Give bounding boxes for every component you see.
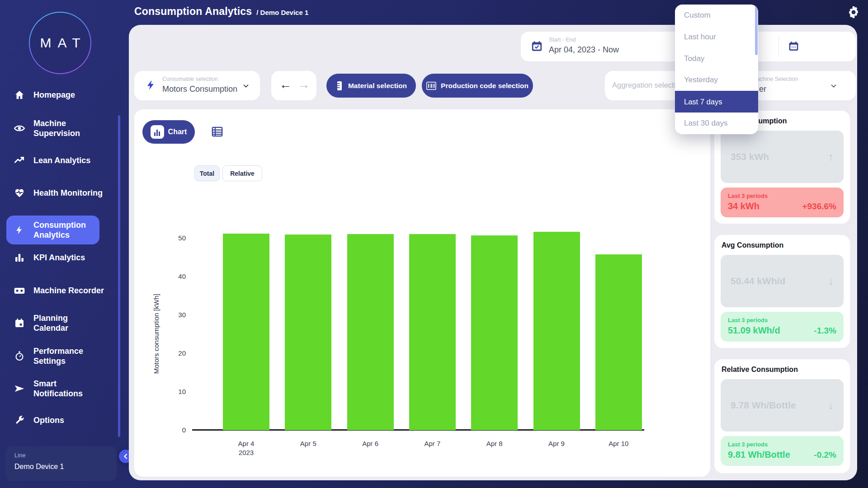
y-axis-tick: 40 — [166, 272, 186, 280]
stat-value-box: 353 kWh — [721, 131, 844, 183]
stat-value: 50.44 kWh/d — [731, 276, 785, 286]
y-axis-tick: 30 — [166, 311, 186, 319]
y-axis-tick: 50 — [166, 234, 186, 242]
chart-card: Chart Total Relative Motors consumption … — [134, 109, 710, 477]
stat-period-change: -0.2% — [814, 450, 836, 460]
chart-view-button[interactable]: Chart — [142, 120, 195, 144]
dropdown-item-yesterday[interactable]: Yesterday — [675, 69, 758, 91]
calendar-icon — [788, 41, 799, 52]
period-nav: ← → — [271, 71, 316, 100]
date-range-value[interactable]: Apr 04, 2023 - Now — [549, 45, 619, 55]
bar-1[interactable] — [223, 234, 269, 430]
sidebar-item-lean-analytics[interactable]: Lean Analytics — [14, 155, 110, 166]
sidebar-item-performance-settings[interactable]: Performance Settings — [14, 346, 110, 366]
x-axis-tick: Apr 8 — [486, 439, 503, 448]
bar-6[interactable] — [533, 232, 580, 430]
sidebar-item-consumption-analytics[interactable]: Consumption Analytics — [6, 216, 99, 244]
bar-2[interactable] — [285, 235, 331, 431]
sidebar-item-label: Options — [33, 415, 64, 425]
production-code-selection-label: Production code selection — [441, 82, 528, 90]
stat-card-relative-consumption: Relative Consumption 9.78 Wh/Bottle Last… — [714, 359, 850, 473]
date-range-label: Start - End — [549, 37, 576, 43]
bar-7[interactable] — [595, 254, 642, 430]
sidebar-item-label: Homepage — [33, 90, 75, 100]
bar-chart-icon — [151, 125, 164, 139]
toggle-relative[interactable]: Relative — [222, 165, 262, 181]
stat-value: 9.78 Wh/Bottle — [731, 400, 796, 411]
consumable-selector-value: Motors Consumption — [162, 84, 237, 94]
dropdown-item-last-7-days[interactable]: Last 7 days — [675, 91, 758, 113]
sidebar-item-health-monitoring[interactable]: Health Monitoring — [14, 187, 110, 199]
logo-text: MAT — [33, 35, 86, 51]
bar-5[interactable] — [471, 235, 518, 430]
dropdown-item-custom[interactable]: Custom — [675, 5, 758, 26]
toggle-relative-label: Relative — [230, 170, 255, 177]
sidebar: MAT Homepage Machine Supervision Lean An… — [0, 0, 121, 488]
production-code-selection-button[interactable]: Production code selection — [422, 74, 533, 98]
sidebar-item-label: Planning Calendar — [33, 313, 68, 333]
x-axis-tick: Apr 7 — [424, 439, 440, 448]
calendar-check-icon — [531, 40, 543, 54]
device-selector-value: Demo Device 1 — [14, 463, 64, 471]
sidebar-item-label: Consumption Analytics — [33, 220, 86, 240]
x-axis-tick: Apr 10 — [609, 439, 628, 448]
stat-title: Avg Consumption — [722, 241, 783, 249]
sidebar-item-label: Machine Recorder — [33, 286, 104, 296]
dropdown-item-last-30-days[interactable]: Last 30 days — [675, 113, 758, 134]
consumable-selector[interactable]: Consumable selection Motors Consumption — [134, 71, 260, 100]
table-icon — [211, 126, 223, 138]
next-period-button[interactable]: → — [297, 79, 310, 91]
trend-down-icon — [828, 399, 834, 412]
device-selector-label: Line — [14, 452, 26, 459]
machine-selector-value: er — [759, 84, 766, 94]
app-title: Consumption Analytics — [134, 5, 252, 18]
bar-4[interactable] — [409, 234, 456, 430]
divider — [778, 36, 779, 57]
sidebar-item-label: KPI Analytics — [33, 253, 85, 263]
dropdown-scrollbar[interactable] — [755, 5, 758, 55]
device-selector[interactable]: Line Demo Device 1 — [5, 446, 117, 481]
toggle-total[interactable]: Total — [194, 165, 220, 181]
sidebar-item-machine-recorder[interactable]: Machine Recorder — [14, 285, 110, 296]
dropdown-item-last-hour[interactable]: Last hour — [675, 26, 758, 48]
heart-pulse-icon — [14, 187, 25, 199]
sidebar-item-homepage[interactable]: Homepage — [14, 89, 110, 101]
lightning-icon — [14, 224, 25, 236]
sidebar-scrollbar[interactable] — [118, 115, 120, 437]
lightning-icon — [145, 79, 157, 93]
chart-view-label: Chart — [168, 128, 187, 136]
stat-value-box: 50.44 kWh/d — [721, 255, 844, 307]
sidebar-item-label: Machine Supervision — [33, 118, 80, 138]
dropdown-item-today[interactable]: Today — [675, 48, 758, 70]
settings-button[interactable] — [847, 6, 860, 19]
y-axis-tick: 10 — [166, 388, 186, 395]
table-view-button[interactable] — [211, 126, 223, 138]
stat-period-label: Last 3 periods — [728, 192, 768, 199]
previous-period-button[interactable]: ← — [279, 79, 292, 91]
eye-icon — [14, 122, 25, 134]
toggle-total-label: Total — [200, 170, 214, 177]
material-selection-button[interactable]: Material selection — [326, 74, 416, 98]
stat-period-change: -1.3% — [814, 326, 836, 336]
sidebar-item-options[interactable]: Options — [14, 414, 110, 426]
x-axis-tick: Apr 4 2023 — [238, 439, 255, 457]
sidebar-item-planning-calendar[interactable]: Planning Calendar — [14, 313, 110, 333]
date-range-dropdown: Custom Last hour Today Yesterday Last 7 … — [675, 5, 758, 134]
chevron-down-icon — [830, 82, 838, 92]
bar-3[interactable] — [347, 234, 394, 430]
sidebar-item-label: Performance Settings — [33, 346, 83, 366]
sidebar-item-kpi-analytics[interactable]: KPI Analytics — [14, 252, 110, 263]
machine-selector[interactable]: Machine Selection er — [745, 71, 856, 100]
aggregation-selection-placeholder: Aggregation selection — [612, 81, 684, 89]
sidebar-item-machine-supervision[interactable]: Machine Supervision — [14, 118, 110, 138]
sidebar-item-label: Lean Analytics — [33, 155, 90, 165]
wrench-icon — [14, 414, 25, 426]
logo: MAT — [29, 12, 91, 74]
bar-chart-icon — [14, 252, 25, 263]
stat-period-value: 34 kWh — [728, 201, 760, 211]
sidebar-item-smart-notifications[interactable]: Smart Notifications — [14, 379, 110, 399]
page-title: Consumption Analytics / Demo Device 1 — [134, 5, 308, 18]
stat-period-label: Last 3 periods — [728, 441, 768, 448]
recorder-icon — [14, 285, 25, 296]
date-preset-button[interactable] — [788, 41, 799, 54]
